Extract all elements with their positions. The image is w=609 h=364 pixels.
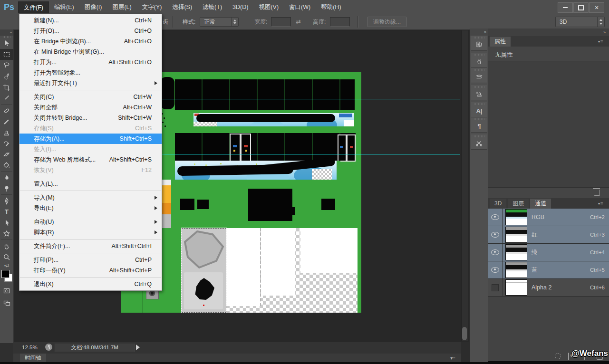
tab-layers[interactable]: 图层	[508, 199, 529, 209]
status-clock-icon[interactable]	[45, 344, 52, 351]
document-info-field[interactable]: 文档:48.0M/341.7M	[55, 344, 135, 352]
blur-tool[interactable]	[0, 172, 13, 183]
hand-tool[interactable]	[0, 240, 13, 251]
eraser-tool[interactable]	[0, 149, 13, 160]
menu-item-new[interactable]: 新建(N)...Ctrl+N	[19, 15, 162, 26]
channel-row-alpha-2[interactable]: Alpha 2 Ctrl+6	[488, 279, 609, 297]
channel-thumbnail[interactable]	[506, 210, 527, 225]
foreground-background-colors[interactable]	[0, 269, 13, 285]
path-selection-tool[interactable]	[0, 217, 13, 228]
workspace-dropdown[interactable]: 3D	[555, 17, 605, 27]
rectangular-marquee-tool[interactable]	[0, 49, 13, 60]
swap-dimensions-icon[interactable]: ⇄	[296, 18, 301, 25]
zoom-tool[interactable]	[0, 251, 13, 262]
channel-thumbnail[interactable]	[506, 245, 527, 260]
vertical-scrollbar[interactable]	[461, 30, 468, 341]
menu-item-automate[interactable]: 自动(U)	[19, 217, 162, 227]
guide-horizontal-2[interactable]	[162, 154, 460, 154]
width-input[interactable]	[271, 17, 291, 27]
history-panel-button[interactable]	[471, 36, 487, 51]
screen-mode-button[interactable]	[0, 296, 13, 309]
quick-mask-button[interactable]	[0, 285, 13, 296]
tab-timeline[interactable]: 时间轴	[20, 354, 46, 362]
channel-row-rgb[interactable]: RGB Ctrl+2	[488, 209, 609, 226]
channel-thumbnail[interactable]	[506, 227, 527, 242]
type-tool[interactable]: T	[0, 206, 13, 217]
panel-menu-icon[interactable]: ≡	[598, 201, 607, 206]
load-selection-icon[interactable]	[555, 353, 561, 359]
menu-item-close[interactable]: 关闭(C)Ctrl+W	[19, 92, 162, 102]
channel-row-green[interactable]: 绿 Ctrl+4	[488, 244, 609, 261]
paragraph-panel-button[interactable]: ¶	[471, 117, 487, 133]
lasso-tool[interactable]	[0, 60, 13, 71]
brush-panel-button[interactable]	[471, 68, 487, 83]
panel-menu-icon[interactable]: ≡	[598, 38, 607, 44]
channel-thumbnail[interactable]	[506, 280, 527, 295]
menu-item-scripts[interactable]: 脚本(R)	[19, 227, 162, 238]
dodge-tool[interactable]	[0, 183, 13, 194]
brush-presets-panel-button[interactable]	[471, 53, 487, 68]
menu-item-print[interactable]: 打印(P)...Ctrl+P	[19, 255, 162, 265]
menu-item-open-recent[interactable]: 最近打开文件(T)	[19, 78, 162, 88]
zoom-level-field[interactable]: 12.5%	[22, 345, 38, 350]
menu-type[interactable]: 文字(Y)	[137, 1, 167, 13]
visibility-toggle[interactable]	[488, 279, 503, 296]
character-panel-button[interactable]: A|	[471, 102, 487, 117]
swap-colors-icon[interactable]: ▪⇄	[0, 262, 13, 269]
menu-item-open[interactable]: 打开(O)...Ctrl+O	[19, 26, 162, 36]
maximize-button[interactable]	[573, 2, 589, 13]
menu-item-browse-in-mini-bridge[interactable]: 在 Mini Bridge 中浏览(G)...	[19, 47, 162, 57]
height-input[interactable]	[330, 17, 350, 27]
menu-image[interactable]: 图像(I)	[79, 1, 107, 13]
tab-channels[interactable]: 通道	[530, 199, 551, 209]
menu-window[interactable]: 窗口(W)	[284, 1, 316, 13]
refine-edge-button[interactable]: 调整边缘...	[367, 17, 407, 27]
menu-item-place[interactable]: 置入(L)...	[19, 179, 162, 189]
menu-layer[interactable]: 图层(L)	[107, 1, 136, 13]
pen-tool[interactable]	[0, 195, 13, 206]
channel-row-blue[interactable]: 蓝 Ctrl+5	[488, 261, 609, 279]
history-brush-tool[interactable]	[0, 138, 13, 149]
spot-healing-brush-tool[interactable]	[0, 105, 13, 116]
expand-panels-icon[interactable]: »	[488, 29, 609, 36]
quick-selection-tool[interactable]	[0, 71, 13, 82]
menu-item-export[interactable]: 导出(E)	[19, 203, 162, 213]
clone-stamp-tool[interactable]	[0, 127, 13, 138]
crop-tool[interactable]	[0, 82, 13, 93]
menu-item-save-for-web[interactable]: 存储为 Web 所用格式...Alt+Shift+Ctrl+S	[19, 154, 162, 165]
eyedropper-tool[interactable]	[0, 93, 13, 104]
style-dropdown[interactable]: 正常	[200, 17, 239, 27]
custom-shape-tool[interactable]	[0, 228, 13, 239]
menu-item-close-all[interactable]: 关闭全部Alt+Ctrl+W	[19, 102, 162, 113]
vertical-scrollbar-thumb[interactable]	[462, 327, 467, 340]
visibility-toggle[interactable]	[488, 209, 503, 226]
channel-thumbnail[interactable]	[506, 262, 527, 278]
menu-item-exit[interactable]: 退出(X)Ctrl+Q	[19, 279, 162, 289]
menu-help[interactable]: 帮助(H)	[316, 1, 346, 13]
menu-item-import[interactable]: 导入(M)	[19, 192, 162, 203]
menu-item-print-one-copy[interactable]: 打印一份(Y)Alt+Shift+Ctrl+P	[19, 265, 162, 276]
visibility-toggle[interactable]	[488, 226, 503, 243]
channel-row-red[interactable]: 红 Ctrl+3	[488, 226, 609, 244]
delete-icon[interactable]	[594, 190, 600, 196]
timeline-panel-menu-icon[interactable]: ▾≡	[450, 355, 455, 361]
menu-file[interactable]: 文件(F)	[18, 1, 49, 13]
menu-filter[interactable]: 滤镜(T)	[197, 1, 227, 13]
tab-3d[interactable]: 3D	[490, 199, 506, 209]
menu-item-save-as[interactable]: 存储为(A)...Shift+Ctrl+S	[19, 134, 162, 144]
save-selection-as-channel-icon[interactable]	[568, 353, 569, 360]
minimize-button[interactable]	[558, 2, 573, 13]
menu-edit[interactable]: 编辑(E)	[49, 1, 79, 13]
move-tool[interactable]	[0, 38, 13, 49]
menu-3d[interactable]: 3D(D)	[227, 1, 253, 13]
menu-item-open-as-smart-object[interactable]: 打开为智能对象...	[19, 67, 162, 78]
collapse-panels-icon[interactable]: «	[470, 29, 488, 36]
tool-presets-panel-button[interactable]	[471, 134, 487, 150]
menu-item-browse-in-bridge[interactable]: 在 Bridge 中浏览(B)...Alt+Ctrl+O	[19, 36, 162, 47]
clone-source-panel-button[interactable]	[471, 85, 487, 100]
menu-select[interactable]: 选择(S)	[167, 1, 197, 13]
close-button[interactable]: ✕	[589, 2, 604, 13]
guide-horizontal-1[interactable]	[162, 99, 460, 99]
menu-view[interactable]: 视图(V)	[253, 1, 284, 13]
menu-item-close-and-go-to-bridge[interactable]: 关闭并转到 Bridge...Shift+Ctrl+W	[19, 113, 162, 123]
